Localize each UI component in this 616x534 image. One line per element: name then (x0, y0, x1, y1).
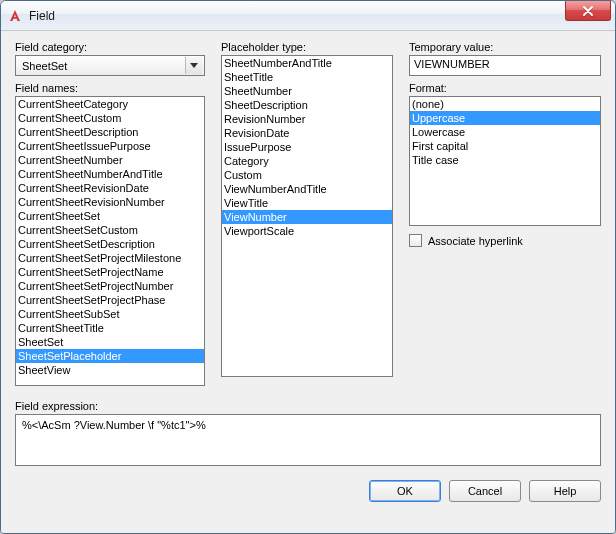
client-area: Field category: SheetSet Field names: Cu… (1, 31, 615, 533)
list-item[interactable]: ViewNumberAndTitle (222, 182, 392, 196)
cancel-button[interactable]: Cancel (449, 480, 521, 502)
associate-hyperlink-checkbox[interactable] (409, 234, 422, 247)
window-controls (565, 1, 615, 30)
field-category-combo[interactable]: SheetSet (15, 55, 205, 76)
list-item[interactable]: CurrentSheetSetProjectMilestone (16, 251, 204, 265)
list-item[interactable]: CurrentSheetSet (16, 209, 204, 223)
list-item[interactable]: SheetSet (16, 335, 204, 349)
field-names-label: Field names: (15, 82, 205, 94)
list-item[interactable]: RevisionDate (222, 126, 392, 140)
list-item[interactable]: CurrentSheetSetProjectNumber (16, 279, 204, 293)
list-item[interactable]: SheetSetPlaceholder (16, 349, 204, 363)
associate-hyperlink-label: Associate hyperlink (428, 235, 523, 247)
temporary-value-input[interactable]: VIEWNUMBER (409, 55, 601, 76)
list-item[interactable]: IssuePurpose (222, 140, 392, 154)
list-item[interactable]: CurrentSheetSetCustom (16, 223, 204, 237)
field-expression-label: Field expression: (15, 400, 601, 412)
list-item[interactable]: ViewNumber (222, 210, 392, 224)
list-item[interactable]: ViewportScale (222, 224, 392, 238)
field-names-list[interactable]: CurrentSheetCategoryCurrentSheetCustomCu… (15, 96, 205, 386)
list-item[interactable]: SheetView (16, 363, 204, 377)
list-item[interactable]: Custom (222, 168, 392, 182)
list-item[interactable]: CurrentSheetCategory (16, 97, 204, 111)
list-item[interactable]: CurrentSheetSubSet (16, 307, 204, 321)
list-item[interactable]: First capital (410, 139, 600, 153)
list-item[interactable]: Lowercase (410, 125, 600, 139)
app-icon (7, 8, 23, 24)
list-item[interactable]: CurrentSheetSetProjectName (16, 265, 204, 279)
list-item[interactable]: SheetDescription (222, 98, 392, 112)
field-category-value: SheetSet (22, 60, 67, 72)
associate-hyperlink-row[interactable]: Associate hyperlink (409, 234, 601, 247)
list-item[interactable]: CurrentSheetCustom (16, 111, 204, 125)
list-item[interactable]: (none) (410, 97, 600, 111)
list-item[interactable]: RevisionNumber (222, 112, 392, 126)
temporary-value-text: VIEWNUMBER (414, 58, 490, 70)
list-item[interactable]: CurrentSheetDescription (16, 125, 204, 139)
list-item[interactable]: CurrentSheetSetDescription (16, 237, 204, 251)
dialog-buttons: OK Cancel Help (15, 480, 601, 502)
list-item[interactable]: CurrentSheetNumber (16, 153, 204, 167)
format-list[interactable]: (none)UppercaseLowercaseFirst capitalTit… (409, 96, 601, 226)
list-item[interactable]: SheetNumber (222, 84, 392, 98)
window-title: Field (29, 9, 565, 23)
help-button[interactable]: Help (529, 480, 601, 502)
placeholder-type-list[interactable]: SheetNumberAndTitleSheetTitleSheetNumber… (221, 55, 393, 377)
titlebar[interactable]: Field (1, 1, 615, 31)
list-item[interactable]: SheetNumberAndTitle (222, 56, 392, 70)
field-expression-text: %<\AcSm ?View.Number \f "%tc1">% (22, 419, 206, 431)
field-dialog: Field Field category: SheetSet Field nam (0, 0, 616, 534)
ok-button[interactable]: OK (369, 480, 441, 502)
temporary-value-label: Temporary value: (409, 41, 601, 53)
placeholder-type-label: Placeholder type: (221, 41, 393, 53)
close-button[interactable] (565, 1, 611, 21)
list-item[interactable]: SheetTitle (222, 70, 392, 84)
list-item[interactable]: CurrentSheetTitle (16, 321, 204, 335)
list-item[interactable]: Uppercase (410, 111, 600, 125)
list-item[interactable]: CurrentSheetNumberAndTitle (16, 167, 204, 181)
field-expression-box: %<\AcSm ?View.Number \f "%tc1">% (15, 414, 601, 466)
list-item[interactable]: Category (222, 154, 392, 168)
chevron-down-icon (185, 57, 202, 74)
format-label: Format: (409, 82, 601, 94)
list-item[interactable]: Title case (410, 153, 600, 167)
list-item[interactable]: CurrentSheetRevisionDate (16, 181, 204, 195)
list-item[interactable]: CurrentSheetSetProjectPhase (16, 293, 204, 307)
field-category-label: Field category: (15, 41, 205, 53)
list-item[interactable]: CurrentSheetIssuePurpose (16, 139, 204, 153)
list-item[interactable]: ViewTitle (222, 196, 392, 210)
list-item[interactable]: CurrentSheetRevisionNumber (16, 195, 204, 209)
